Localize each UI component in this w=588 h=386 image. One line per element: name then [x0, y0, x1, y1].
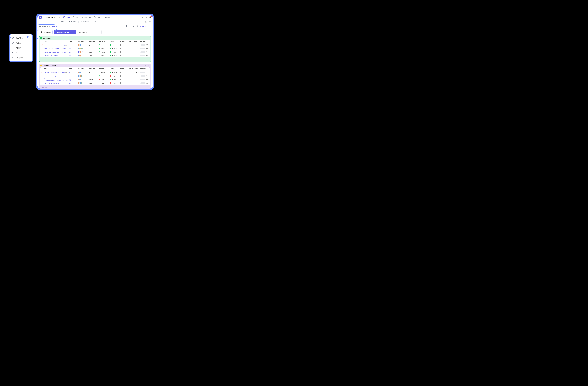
group-tab-all[interactable]: ✱ All Groups	[39, 30, 53, 34]
progress-cell[interactable]: 0%	[140, 79, 150, 80]
notes-cell[interactable]	[120, 44, 128, 46]
progress-cell[interactable]: 0%	[140, 75, 150, 77]
assignee-cell[interactable]	[78, 55, 88, 57]
status-cell[interactable]: On Track	[110, 55, 120, 56]
task-type[interactable]: Task	[69, 75, 78, 77]
status-cell[interactable]: On Track	[110, 72, 120, 73]
assignee-cell[interactable]	[78, 72, 88, 73]
assignee-filter[interactable]: Everyone (7)	[140, 25, 151, 27]
progress-cell[interactable]: 25%	[140, 44, 150, 46]
task-title[interactable]: Pre-Production Meeting	[45, 82, 59, 84]
add-view-button[interactable]: Add	[148, 21, 151, 22]
search-icon[interactable]	[141, 16, 143, 19]
avatar[interactable]	[79, 78, 81, 80]
priority-cell[interactable]: High	[99, 82, 110, 84]
more-icon[interactable]: ⋯	[58, 17, 60, 18]
avatar[interactable]	[79, 51, 81, 53]
avatar[interactable]	[81, 48, 83, 49]
tab-tasks[interactable]: Tasks	[62, 15, 71, 20]
task-title[interactable]: Call with the producer	[45, 55, 58, 56]
progress-cell[interactable]: 25%	[140, 72, 150, 73]
more-icon[interactable]: ⋮	[98, 31, 100, 33]
task-row[interactable]: 4. Pre-Production Meeting Task +1 Mar 10…	[40, 81, 150, 85]
task-row[interactable]: 2. Location Scouting & Permits Task Jun …	[40, 74, 150, 78]
priority-cell[interactable]: Normal	[99, 51, 110, 53]
due-date-cell[interactable]: May 03	[88, 79, 99, 80]
avatar-overflow[interactable]: +2	[82, 51, 83, 53]
display-option-tags[interactable]: Tags	[10, 50, 32, 55]
view-view[interactable]: —View	[93, 21, 98, 22]
tab-dashboard[interactable]: Dashboard	[80, 15, 93, 20]
more-icon[interactable]: ⋮	[73, 31, 75, 33]
display-option-sub-group[interactable]: Sub Group	[10, 36, 32, 40]
notes-cell[interactable]	[120, 75, 128, 77]
tab-automat[interactable]: Automat	[101, 15, 112, 20]
notes-cell[interactable]	[120, 48, 128, 49]
priority-cell[interactable]: Normal	[99, 75, 110, 77]
group-tab-pre-production[interactable]: PRE PRODUCTION ⌄ ⋮	[54, 30, 76, 34]
status-cell[interactable]: Delayed	[110, 82, 120, 84]
select-all-checkbox[interactable]	[41, 68, 41, 70]
avatar[interactable]	[81, 82, 83, 84]
task-title[interactable]: Concept Development & Scripting	[45, 44, 65, 46]
progress-cell[interactable]: 0%	[140, 82, 150, 84]
status-cell[interactable]: On Track	[110, 51, 120, 53]
progress-cell[interactable]: 0%	[140, 48, 150, 49]
display-option-priority[interactable]: Priority	[10, 45, 32, 50]
task-row[interactable]: 3. Production Schedule & Storyboard Fina…	[40, 78, 150, 81]
assignee-cell[interactable]: +1	[78, 82, 88, 84]
avatar[interactable]	[79, 72, 81, 73]
due-date-cell[interactable]: Jun 05	[88, 75, 99, 77]
priority-cell[interactable]: Normal	[99, 55, 110, 56]
task-row[interactable]: 4. Call with the producer Task Jun 28 No…	[40, 54, 150, 57]
avatar[interactable]	[79, 44, 81, 46]
task-type[interactable]: Task	[69, 51, 78, 53]
task-title[interactable]: Location Scouting & Permits	[45, 75, 62, 77]
calendar-icon[interactable]	[145, 65, 147, 67]
due-date-cell[interactable]: Mar 10	[88, 82, 99, 84]
task-type[interactable]: Task	[69, 72, 78, 73]
task-row[interactable]: 2. Meeting with Distribution Companies T…	[40, 47, 150, 50]
assignee-cell[interactable]	[78, 44, 88, 46]
due-date-cell[interactable]	[88, 48, 99, 49]
due-date-cell[interactable]: Jun 28	[88, 55, 99, 56]
status-cell[interactable]: Delayed	[110, 75, 120, 77]
assignee-cell[interactable]: +2	[78, 51, 88, 53]
task-type[interactable]: Task	[69, 79, 78, 80]
priority-cell[interactable]: Normal	[99, 44, 110, 46]
view-workload[interactable]: Workload	[81, 21, 89, 23]
add-task-button[interactable]: + Add Task	[39, 58, 151, 62]
task-row[interactable]: 3. Meeting with Digital Marketing Team T…	[40, 50, 150, 54]
task-title[interactable]: Meeting with Digital Marketing Team	[45, 51, 66, 53]
select-all-checkbox[interactable]	[41, 41, 41, 42]
notes-cell[interactable]	[120, 72, 128, 73]
tab-docs[interactable]: Docs	[93, 15, 101, 20]
group-tab-production[interactable]: Production ⌄ ⋮	[78, 30, 102, 34]
task-type[interactable]: Task	[69, 82, 78, 84]
bell-icon[interactable]: 10	[149, 16, 151, 19]
assignee-cell[interactable]	[78, 48, 88, 49]
status-cell[interactable]: On Track	[110, 44, 120, 46]
task-title[interactable]: Meeting with Distribution Companies	[45, 48, 66, 49]
status-cell[interactable]: On Hold	[110, 79, 120, 80]
more-icon[interactable]: ⋯	[148, 65, 149, 67]
avatar[interactable]	[81, 75, 83, 77]
progress-cell[interactable]: 0%	[140, 55, 150, 56]
assignee-cell[interactable]	[78, 75, 88, 77]
add-task-button[interactable]: + Add Task	[39, 86, 151, 89]
display-option-assignee[interactable]: Assignee	[10, 55, 32, 60]
tab-files[interactable]: Files	[71, 15, 80, 20]
timer-icon[interactable]	[145, 16, 147, 19]
notes-cell[interactable]	[120, 55, 128, 56]
search-placeholder[interactable]: Search ..	[129, 25, 135, 27]
priority-cell[interactable]: Normal	[99, 48, 110, 49]
due-date-cell[interactable]: Apr 16	[88, 44, 99, 46]
notes-cell[interactable]	[120, 82, 128, 84]
notes-cell[interactable]	[120, 79, 128, 80]
view-calendar[interactable]: Calendar	[56, 21, 64, 23]
task-title[interactable]: Production Schedule & Storyboard Finaliz…	[44, 79, 71, 81]
due-date-cell[interactable]: Jun 28	[88, 51, 99, 53]
task-type[interactable]: Task	[69, 48, 78, 49]
priority-cell[interactable]: Normal	[99, 72, 110, 73]
display-by-value[interactable]: Status	[51, 25, 57, 27]
